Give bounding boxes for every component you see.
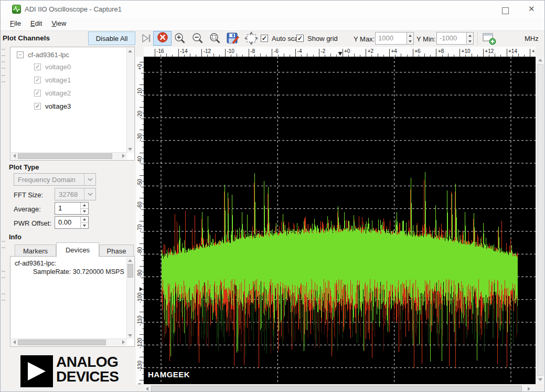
gripper-line — [2, 293, 5, 294]
y-max-spinner[interactable] — [407, 32, 414, 45]
logo-text-devices: DEVICES — [56, 369, 119, 384]
tab-phase[interactable]: Phase — [99, 245, 134, 257]
svg-text:+14: +14 — [508, 48, 517, 54]
pwr-offset-label: PWR Offset: — [14, 219, 51, 227]
tree-hscrollbar[interactable] — [11, 152, 127, 160]
svg-text:-20: -20 — [137, 111, 143, 119]
scroll-right-icon[interactable] — [122, 154, 125, 158]
check-mark-icon: ✓ — [262, 36, 267, 41]
menu-file[interactable]: File — [10, 19, 21, 27]
scrollbar-thumb[interactable] — [18, 153, 112, 159]
spin-down-icon[interactable] — [83, 210, 86, 213]
zoom-in-button[interactable] — [173, 32, 187, 47]
spectrum-plot-canvas[interactable]: HAMGEEK — [144, 57, 536, 384]
menu-edit[interactable]: Edit — [30, 19, 42, 27]
show-grid-label: Show grid — [307, 35, 338, 43]
channel-label: voltage2 — [45, 89, 71, 97]
svg-text:+12: +12 — [485, 48, 494, 54]
scroll-up-icon[interactable] — [128, 50, 132, 52]
capture-play-button[interactable] — [140, 33, 153, 46]
scroll-down-icon[interactable] — [538, 378, 542, 381]
scroll-left-icon[interactable] — [13, 154, 16, 158]
average-spinbox[interactable]: 1 — [55, 202, 89, 215]
zoom-fit-button[interactable] — [208, 32, 222, 47]
zoom-out-icon — [191, 32, 205, 47]
scroll-down-icon[interactable] — [128, 148, 132, 151]
spin-down-icon[interactable] — [83, 225, 86, 227]
svg-text:-80: -80 — [137, 247, 143, 255]
tree-vscrollbar[interactable] — [126, 48, 134, 153]
svg-text:+16: +16 — [532, 48, 536, 54]
analog-devices-logo — [20, 355, 53, 387]
disable-all-button[interactable]: Disable All — [88, 31, 135, 45]
channel-checkbox[interactable]: ✓ — [34, 63, 41, 70]
pan-button[interactable] — [243, 31, 259, 48]
svg-text:-90: -90 — [137, 270, 143, 278]
channel-label: voltage1 — [45, 76, 71, 84]
maximize-button[interactable] — [502, 7, 509, 14]
y-min-spinner[interactable] — [467, 32, 474, 45]
plot-hscrollbar[interactable] — [144, 385, 536, 392]
capture-stop-button[interactable] — [153, 31, 172, 46]
gripper-line — [2, 55, 5, 56]
scroll-left-icon[interactable] — [146, 387, 148, 391]
y-min-input[interactable]: -1000 — [436, 32, 467, 45]
spin-down-icon — [409, 40, 412, 43]
channel-checkbox[interactable]: ✓ — [34, 103, 41, 110]
tree-channel-voltage3[interactable]: ✓voltage3 — [34, 102, 71, 110]
scroll-down-icon[interactable] — [128, 334, 132, 337]
plot-type-combo[interactable]: Frequency Domain — [14, 173, 96, 186]
info-vscrollbar[interactable] — [126, 257, 134, 339]
scrollbar-thumb[interactable] — [537, 64, 543, 376]
new-plot-button[interactable] — [482, 31, 497, 48]
channel-label: voltage0 — [45, 63, 71, 71]
tab-markers[interactable]: Markers — [15, 245, 56, 257]
scrollbar-thumb[interactable] — [151, 386, 522, 392]
spin-up-icon[interactable] — [83, 218, 86, 220]
menu-view[interactable]: View — [51, 19, 66, 27]
tree-channel-voltage0[interactable]: ✓voltage0 — [34, 63, 71, 71]
info-hscrollbar[interactable] — [11, 338, 127, 346]
menu-bar: FileEditView — [1, 17, 544, 31]
tree-device-row[interactable]: − cf-ad9361-lpc — [17, 51, 69, 59]
scroll-up-icon[interactable] — [128, 259, 132, 262]
auto-scale-checkbox[interactable]: ✓ — [261, 35, 268, 42]
tree-device-label: cf-ad9361-lpc — [28, 51, 69, 59]
tree-channel-voltage1[interactable]: ✓voltage1 — [34, 76, 71, 84]
channel-checkbox[interactable]: ✓ — [34, 77, 41, 83]
show-grid-checkbox[interactable]: ✓ — [296, 35, 304, 42]
close-button[interactable]: ✕ — [528, 4, 535, 14]
svg-text:-4: -4 — [297, 48, 302, 54]
tab-devices[interactable]: Devices — [56, 242, 99, 257]
spin-up-icon[interactable] — [83, 204, 86, 206]
title-bar: ADI IIO Oscilloscope - Capture1 ✕ — [1, 1, 544, 17]
scroll-right-icon[interactable] — [528, 387, 530, 391]
pwr-offset-spinbox[interactable]: 0.00 — [55, 216, 89, 229]
gripper-line — [2, 81, 5, 82]
svg-text:+8: +8 — [438, 48, 444, 54]
channel-tree: − cf-ad9361-lpc ✓voltage0✓voltage1✓volta… — [10, 47, 135, 161]
svg-text:-16: -16 — [156, 48, 164, 54]
zoom-out-button[interactable] — [191, 32, 205, 47]
scroll-left-icon[interactable] — [13, 340, 16, 344]
new-plot-window-icon — [482, 31, 497, 48]
info-header: Info — [9, 233, 22, 241]
scroll-up-icon[interactable] — [538, 59, 542, 61]
zoom-in-icon — [173, 32, 187, 47]
channel-checkbox[interactable]: ✓ — [34, 90, 41, 97]
chevron-down-icon — [84, 188, 95, 200]
scroll-right-icon[interactable] — [122, 340, 125, 344]
chevron-down-icon — [84, 174, 95, 185]
scrollbar-thumb[interactable] — [127, 264, 133, 278]
svg-text:-6: -6 — [274, 48, 279, 54]
svg-text:+6: +6 — [414, 48, 421, 54]
tree-channel-voltage2[interactable]: ✓voltage2 — [34, 89, 71, 97]
tree-expander-icon[interactable]: − — [17, 51, 24, 58]
y-max-input[interactable]: 1000 — [375, 32, 407, 45]
save-button[interactable] — [226, 31, 240, 47]
svg-text:+2: +2 — [368, 48, 374, 54]
scrollbar-thumb[interactable] — [18, 340, 106, 345]
plot-vscrollbar[interactable] — [537, 57, 544, 384]
pwr-offset-value: 0.00 — [55, 217, 80, 228]
fft-size-combo[interactable]: 32768 — [55, 188, 96, 200]
